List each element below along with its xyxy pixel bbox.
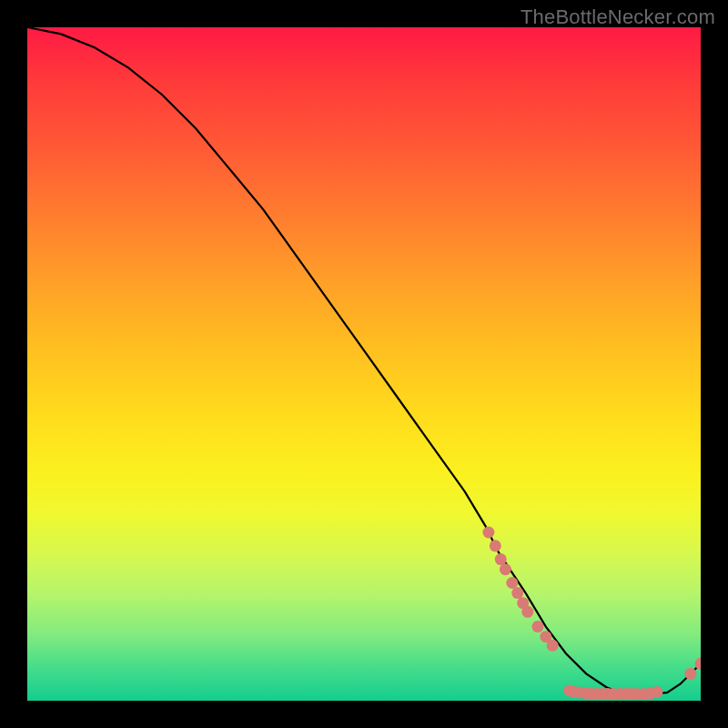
data-marker <box>684 668 696 680</box>
curve-layer <box>27 27 701 701</box>
watermark-text: TheBottleNecker.com <box>521 5 715 29</box>
data-marker <box>482 527 494 539</box>
plot-area <box>27 27 701 701</box>
data-marker <box>506 577 518 589</box>
data-marker <box>495 553 507 565</box>
data-marker <box>500 563 511 575</box>
data-marker <box>547 640 559 652</box>
data-marker <box>651 686 662 698</box>
data-marker <box>511 587 523 599</box>
bottleneck-curve <box>27 27 701 694</box>
data-marker <box>521 606 533 618</box>
marker-group <box>482 527 701 701</box>
data-marker <box>490 540 501 551</box>
data-marker <box>531 621 543 632</box>
chart-stage: TheBottleNecker.com <box>0 0 728 728</box>
